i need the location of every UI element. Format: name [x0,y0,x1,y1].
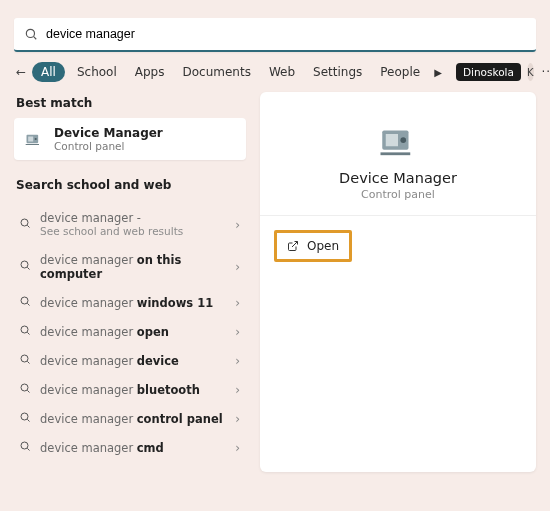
filter-documents[interactable]: Documents [177,62,257,82]
detail-title: Device Manager [339,170,457,186]
svg-point-12 [21,326,28,333]
filter-all[interactable]: All [32,62,65,82]
svg-point-18 [21,413,28,420]
search-icon [18,324,32,339]
device-manager-icon [377,120,419,162]
filter-row: ← All School Apps Documents Web Settings… [14,52,536,92]
search-icon [18,259,32,274]
result-text: device manager control panel [40,412,227,426]
search-result-row[interactable]: device manager open› [14,317,246,346]
filter-settings[interactable]: Settings [307,62,368,82]
results-list: device manager - See school and web resu… [14,204,246,462]
search-result-row[interactable]: device manager windows 11› [14,288,246,317]
search-result-row[interactable]: device manager device› [14,346,246,375]
svg-point-20 [21,442,28,449]
svg-point-16 [21,384,28,391]
svg-point-8 [21,261,28,268]
search-icon [18,382,32,397]
search-bar[interactable] [14,18,536,52]
chevron-right-icon: › [235,296,240,310]
svg-line-7 [27,226,29,228]
search-input[interactable] [46,27,526,41]
svg-point-6 [21,219,28,226]
search-result-row[interactable]: device manager - See school and web resu… [14,204,246,246]
svg-point-4 [35,138,37,140]
svg-line-13 [27,333,29,335]
svg-line-1 [34,37,37,40]
svg-line-21 [27,449,29,451]
search-icon [24,27,38,41]
best-match-subtitle: Control panel [54,140,163,152]
search-result-row[interactable]: device manager bluetooth› [14,375,246,404]
svg-point-0 [26,29,34,37]
overflow-menu-icon[interactable]: ··· [540,65,551,79]
search-icon [18,440,32,455]
result-text: device manager device [40,354,227,368]
detail-pane: Device Manager Control panel Open [260,92,536,472]
section-best-match: Best match [14,92,246,118]
back-arrow-icon[interactable]: ← [16,65,26,79]
result-text: device manager - See school and web resu… [40,211,227,239]
svg-rect-23 [386,134,398,146]
svg-rect-5 [26,144,39,145]
chevron-right-icon: › [235,441,240,455]
result-text: device manager on this computer [40,253,227,282]
filter-school[interactable]: School [71,62,123,82]
svg-rect-3 [28,137,33,142]
filter-people[interactable]: People [374,62,426,82]
filter-web[interactable]: Web [263,62,301,82]
svg-point-14 [21,355,28,362]
result-text: device manager open [40,325,227,339]
detail-subtitle: Control panel [361,188,435,201]
avatar[interactable]: K [527,63,534,81]
svg-line-17 [27,391,29,393]
result-text: device manager bluetooth [40,383,227,397]
result-text: device manager windows 11 [40,296,227,310]
svg-point-24 [400,137,406,143]
best-match-card[interactable]: Device Manager Control panel [14,118,246,160]
open-button[interactable]: Open [274,230,352,262]
svg-line-11 [27,304,29,306]
chevron-right-icon: › [235,383,240,397]
open-external-icon [287,240,299,252]
search-result-row[interactable]: device manager cmd› [14,433,246,462]
svg-line-9 [27,268,29,270]
svg-line-26 [292,242,298,248]
svg-line-19 [27,420,29,422]
chevron-right-icon: › [235,260,240,274]
result-text: device manager cmd [40,441,227,455]
chevron-right-icon: › [235,325,240,339]
svg-point-10 [21,297,28,304]
chevron-right-icon: › [235,354,240,368]
search-result-row[interactable]: device manager control panel› [14,404,246,433]
best-match-title: Device Manager [54,126,163,140]
search-icon [18,411,32,426]
filter-apps[interactable]: Apps [129,62,171,82]
account-badge[interactable]: Dinoskola [456,63,521,81]
chevron-right-icon: › [235,218,240,232]
search-icon [18,353,32,368]
search-result-row[interactable]: device manager on this computer› [14,246,246,289]
chevron-right-icon: › [235,412,240,426]
search-icon [18,295,32,310]
svg-rect-25 [381,152,411,155]
section-search-web: Search school and web [14,174,246,200]
device-manager-icon [24,129,44,149]
open-button-label: Open [307,239,339,253]
svg-line-15 [27,362,29,364]
search-icon [18,217,32,232]
more-filters-icon[interactable]: ▶ [432,67,444,78]
